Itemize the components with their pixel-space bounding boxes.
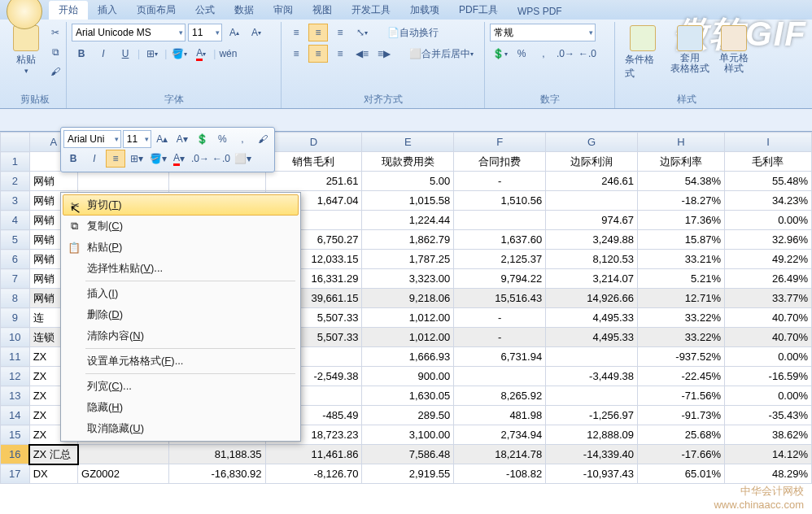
tab-加载项[interactable]: 加载项 (400, 1, 449, 20)
ctx-item-粘贴[interactable]: 📋粘贴(P) (63, 237, 299, 258)
cell[interactable]: 9,794.22 (454, 269, 546, 289)
cell[interactable]: - (454, 308, 546, 328)
cell[interactable]: 65.01% (638, 464, 725, 484)
mini-shrink-font-icon[interactable]: A▾ (173, 130, 192, 148)
cell[interactable] (546, 191, 638, 211)
mini-currency-icon[interactable]: 💲 (193, 130, 212, 148)
mini-merge-icon[interactable]: ⬜▾ (233, 150, 252, 168)
cell[interactable]: 8,120.53 (546, 250, 638, 269)
row-header[interactable]: 2 (1, 172, 30, 191)
cell[interactable]: 25.68% (638, 425, 725, 445)
col-header-F[interactable]: F (454, 133, 546, 152)
phonetic-button[interactable]: wén (218, 45, 238, 63)
cell[interactable]: - (454, 172, 546, 191)
cell[interactable]: 2,125.37 (454, 250, 546, 269)
cell[interactable] (546, 347, 638, 367)
cell[interactable]: -71.56% (638, 386, 725, 406)
tab-数据[interactable]: 数据 (225, 1, 264, 20)
italic-button[interactable]: I (94, 45, 113, 63)
cell[interactable] (78, 445, 169, 464)
mini-percent-icon[interactable]: % (213, 130, 232, 148)
shrink-font-icon[interactable]: A▾ (247, 24, 266, 41)
cell[interactable]: 33.22% (638, 308, 725, 328)
mini-format-painter-icon[interactable]: 🖌 (253, 130, 272, 148)
cell[interactable] (454, 211, 546, 230)
tab-视图[interactable]: 视图 (303, 1, 342, 20)
mini-dec-decimal-icon[interactable]: ←.0 (212, 150, 231, 168)
mini-inc-decimal-icon[interactable]: .0→ (190, 150, 210, 168)
col-header-E[interactable]: E (362, 133, 454, 152)
underline-button[interactable]: U (116, 45, 135, 63)
cell[interactable]: -22.45% (638, 367, 725, 386)
align-middle-icon[interactable]: ≡ (308, 24, 328, 41)
fill-color-button[interactable]: 🪣▾ (169, 45, 189, 63)
table-format-button[interactable]: 套用 表格格式 (666, 24, 714, 76)
cell[interactable]: 49.22% (724, 250, 811, 269)
cell[interactable]: 12,888.09 (546, 425, 638, 445)
ctx-item-设置单元格格式[interactable]: 设置单元格格式(F)... (63, 351, 299, 372)
cell[interactable]: 251.61 (265, 172, 362, 191)
col-header-I[interactable]: I (724, 133, 811, 152)
cell[interactable]: 1,224.44 (362, 211, 454, 230)
cell[interactable]: -17.66% (638, 445, 725, 464)
mini-comma-icon[interactable]: , (234, 130, 252, 148)
cell[interactable]: 33.22% (638, 328, 725, 347)
cell[interactable]: -10,937.43 (546, 464, 638, 484)
cell[interactable]: 1,862.79 (362, 230, 454, 250)
border-button[interactable]: ⊞▾ (142, 45, 162, 63)
cell[interactable]: 6,731.94 (454, 347, 546, 367)
row-header[interactable]: 7 (1, 269, 30, 289)
cell[interactable]: -1,256.97 (546, 406, 638, 425)
row-header[interactable]: 1 (1, 152, 30, 172)
cell[interactable]: 40.70% (724, 308, 811, 328)
cell[interactable]: 1,787.25 (362, 250, 454, 269)
cell[interactable]: 7,586.48 (362, 445, 454, 464)
cell[interactable]: -108.82 (454, 464, 546, 484)
cell[interactable]: 55.48% (724, 172, 811, 191)
header-cell[interactable]: 毛利率 (724, 152, 811, 172)
cell[interactable]: 18,214.78 (454, 445, 546, 464)
row-header[interactable]: 16 (1, 445, 30, 464)
cell[interactable]: 974.67 (546, 211, 638, 230)
cell[interactable]: -35.43% (724, 406, 811, 425)
cell[interactable]: -18.27% (638, 191, 725, 211)
grow-font-icon[interactable]: A▴ (225, 24, 244, 41)
row-header[interactable]: 11 (1, 347, 30, 367)
format-painter-icon[interactable]: 🖌 (46, 63, 65, 81)
cell[interactable]: 26.49% (724, 269, 811, 289)
mini-align-center-icon[interactable]: ≡ (106, 150, 125, 168)
cell[interactable]: 81,188.35 (168, 445, 265, 464)
cell[interactable]: -8,126.70 (265, 464, 362, 484)
row-header[interactable]: 17 (1, 464, 30, 484)
cell[interactable]: 8,265.92 (454, 386, 546, 406)
cell[interactable]: 0.00% (724, 211, 811, 230)
row-header[interactable]: 4 (1, 211, 30, 230)
mini-font-combo[interactable]: Arial Uni (63, 130, 121, 148)
mini-italic-icon[interactable]: I (85, 150, 104, 168)
percent-icon[interactable]: % (512, 45, 531, 63)
cell[interactable]: 3,249.88 (546, 230, 638, 250)
cell[interactable]: ZX 汇总 (29, 445, 77, 464)
row-header[interactable]: 9 (1, 308, 30, 328)
ctx-item-隐藏[interactable]: 隐藏(H) (63, 397, 299, 418)
cell[interactable]: 0.00% (724, 347, 811, 367)
tab-审阅[interactable]: 审阅 (264, 1, 303, 20)
row-header[interactable]: 6 (1, 250, 30, 269)
align-left-icon[interactable]: ≡ (286, 45, 306, 63)
paste-button[interactable]: 粘贴▾ (8, 24, 44, 76)
cell[interactable]: 900.00 (362, 367, 454, 386)
cut-icon[interactable]: ✂ (46, 24, 65, 41)
cell[interactable] (168, 172, 265, 191)
cell[interactable]: -14,339.40 (546, 445, 638, 464)
cell[interactable]: 2,919.55 (362, 464, 454, 484)
ctx-item-选择性粘贴[interactable]: 选择性粘贴(V)... (63, 258, 299, 279)
cell[interactable]: 289.50 (362, 406, 454, 425)
cell[interactable]: 3,323.00 (362, 269, 454, 289)
font-color-button[interactable]: A▾ (191, 45, 211, 63)
header-cell[interactable]: 边际利率 (638, 152, 725, 172)
tab-开发工具[interactable]: 开发工具 (342, 1, 400, 20)
cell[interactable]: 34.23% (724, 191, 811, 211)
row-header[interactable]: 8 (1, 289, 30, 308)
cell[interactable]: 4,495.33 (546, 328, 638, 347)
dec-decimal-icon[interactable]: ←.0 (578, 45, 597, 63)
